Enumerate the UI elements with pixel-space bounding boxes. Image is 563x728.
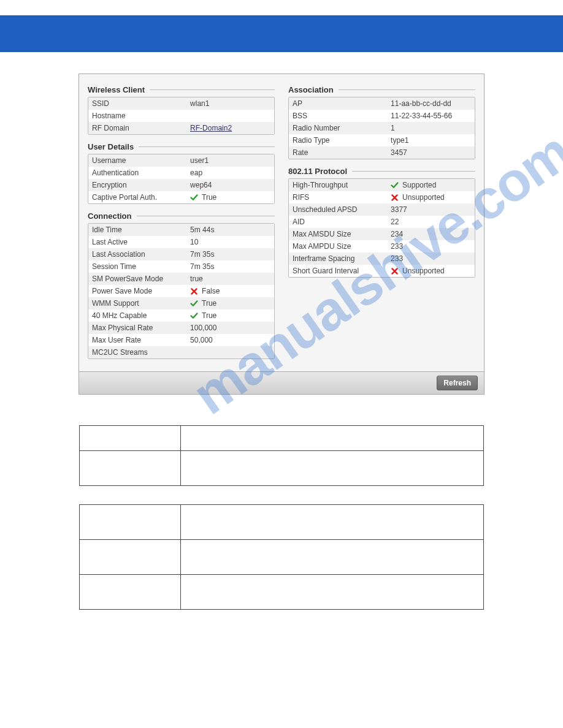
- kv-value: Unsupported: [391, 193, 471, 202]
- kv-label: Last Association: [92, 250, 190, 259]
- kv-row: Max User Rate50,000: [88, 334, 274, 346]
- kv-value: False: [190, 287, 270, 295]
- kv-row: Encryptionwep64: [88, 179, 274, 191]
- kv-value: True: [190, 311, 270, 320]
- section-connection: Connection: [88, 211, 275, 221]
- kv-label: RF Domain: [92, 124, 190, 132]
- kv-label: 40 MHz Capable: [92, 311, 190, 320]
- kv-label: MC2UC Streams: [92, 348, 190, 357]
- kv-label: Power Save Mode: [92, 287, 190, 295]
- cross-icon: [190, 287, 198, 295]
- kv-label: Hostname: [92, 112, 190, 120]
- kv-row: Hostname: [88, 110, 274, 122]
- kv-value: 7m 35s: [190, 262, 270, 271]
- kv-label: WMM Support: [92, 299, 190, 308]
- kv-label: Max AMSDU Size: [293, 230, 391, 238]
- section-title-label: User Details: [88, 142, 134, 151]
- right-column: Association AP11-aa-bb-cc-dd-ddBSS11-22-…: [288, 82, 475, 366]
- kv-label: AP: [293, 99, 391, 108]
- kv-row: Last Active10: [88, 236, 274, 248]
- left-column: Wireless Client SSIDwlan1HostnameRF Doma…: [88, 82, 275, 366]
- kv-row: BSS11-22-33-44-55-66: [289, 110, 475, 122]
- kv-row: RIFSUnsupported: [289, 191, 475, 203]
- kv-row: Short Guard IntervalUnsupported: [289, 265, 475, 277]
- kv-value: 3457: [391, 148, 471, 157]
- kv-label: Idle Time: [92, 226, 190, 234]
- section-user-details: User Details: [88, 142, 275, 151]
- wireless-client-box: SSIDwlan1HostnameRF DomainRF-Domain2: [88, 97, 275, 135]
- section-title-label: Connection: [88, 211, 132, 221]
- protocol-box: High-ThroughputSupportedRIFSUnsupportedU…: [288, 178, 475, 278]
- kv-value: true: [190, 275, 270, 283]
- kv-row: AP11-aa-bb-cc-dd-dd: [289, 97, 475, 110]
- kv-row: Unscheduled APSD3377: [289, 203, 475, 216]
- kv-row: WMM SupportTrue: [88, 297, 274, 309]
- kv-row: Interframe Spacing233: [289, 252, 475, 265]
- kv-value: 50,000: [190, 336, 270, 344]
- user-details-box: Usernameuser1AuthenticationeapEncryption…: [88, 154, 275, 204]
- kv-label: Max User Rate: [92, 336, 190, 344]
- kv-value: 22: [391, 218, 471, 226]
- check-icon: [391, 181, 399, 189]
- kv-label: High-Throughput: [293, 181, 391, 189]
- kv-value: 7m 35s: [190, 250, 270, 259]
- cross-icon: [391, 194, 399, 202]
- kv-row: 40 MHz CapableTrue: [88, 309, 274, 322]
- kv-row: SM PowerSave Modetrue: [88, 273, 274, 285]
- kv-value: 10: [190, 238, 270, 246]
- cross-icon: [391, 267, 399, 275]
- kv-row: Usernameuser1: [88, 154, 274, 167]
- kv-value: 100,000: [190, 324, 270, 332]
- kv-value: wlan1: [190, 99, 270, 108]
- kv-row: RF DomainRF-Domain2: [88, 122, 274, 134]
- kv-label: Encryption: [92, 181, 190, 189]
- kv-label: Username: [92, 156, 190, 165]
- kv-row: Last Association7m 35s: [88, 248, 274, 260]
- kv-value: True: [190, 193, 270, 202]
- kv-row: Power Save ModeFalse: [88, 285, 274, 297]
- kv-value[interactable]: RF-Domain2: [190, 124, 270, 132]
- kv-row: Radio Number1: [289, 122, 475, 134]
- section-protocol: 802.11 Protocol: [288, 167, 475, 176]
- kv-value: 5m 44s: [190, 226, 270, 234]
- kv-value: 11-aa-bb-cc-dd-dd: [391, 99, 471, 108]
- kv-value: eap: [190, 169, 270, 177]
- kv-label: BSS: [293, 112, 391, 120]
- kv-row: MC2UC Streams: [88, 346, 274, 358]
- kv-label: Short Guard Interval: [293, 267, 391, 275]
- kv-value: type1: [391, 136, 471, 145]
- blank-table-1: [79, 425, 484, 486]
- kv-row: Session Time7m 35s: [88, 260, 274, 273]
- kv-label: Radio Type: [293, 136, 391, 145]
- association-box: AP11-aa-bb-cc-dd-ddBSS11-22-33-44-55-66R…: [288, 97, 475, 159]
- kv-value: Unsupported: [391, 267, 471, 275]
- section-association: Association: [288, 85, 475, 94]
- kv-value: 233: [391, 242, 471, 251]
- kv-value: [190, 112, 270, 120]
- kv-value: user1: [190, 156, 270, 165]
- kv-row: Authenticationeap: [88, 167, 274, 179]
- link[interactable]: RF-Domain2: [190, 124, 232, 132]
- kv-label: AID: [293, 218, 391, 226]
- kv-value: 3377: [391, 205, 471, 214]
- check-icon: [190, 312, 198, 320]
- panel-footer: Refresh: [79, 371, 484, 394]
- section-title-label: Wireless Client: [88, 85, 145, 94]
- kv-label: Max Physical Rate: [92, 324, 190, 332]
- check-icon: [190, 300, 198, 308]
- kv-label: SSID: [92, 99, 190, 108]
- kv-label: Rate: [293, 148, 391, 157]
- kv-value: True: [190, 299, 270, 308]
- header-bar: [0, 15, 563, 52]
- kv-label: Authentication: [92, 169, 190, 177]
- refresh-button[interactable]: Refresh: [437, 376, 478, 390]
- kv-label: Unscheduled APSD: [293, 205, 391, 214]
- kv-row: Rate3457: [289, 146, 475, 159]
- kv-row: AID22: [289, 216, 475, 228]
- kv-row: High-ThroughputSupported: [289, 179, 475, 191]
- blank-table-2: [79, 504, 484, 610]
- kv-row: Radio Typetype1: [289, 134, 475, 146]
- kv-row: SSIDwlan1: [88, 97, 274, 110]
- kv-label: Captive Portal Auth.: [92, 193, 190, 202]
- section-wireless-client: Wireless Client: [88, 85, 275, 94]
